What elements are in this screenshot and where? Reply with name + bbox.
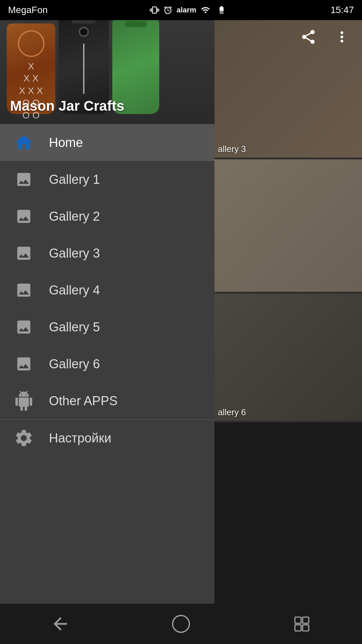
nav-item-home[interactable]: Home	[0, 124, 215, 161]
nav-label-gallery4: Gallery 4	[49, 283, 100, 298]
status-icons: alarm	[150, 5, 229, 15]
svg-rect-4	[302, 625, 308, 631]
grid-label-3: allery 3	[218, 144, 246, 154]
drawer-title: Mason Jar Crafts	[10, 98, 124, 114]
nav-label-gallery5: Gallery 5	[49, 320, 100, 334]
nav-item-otherapps[interactable]: Other APPS	[0, 382, 215, 419]
network-2g: alarm	[177, 6, 196, 14]
nav-list: Home Gallery 1 Gallery 2	[0, 124, 215, 644]
gallery3-icon	[12, 241, 36, 265]
nav-label-gallery2: Gallery 2	[49, 209, 100, 224]
nav-item-gallery6[interactable]: Gallery 6	[0, 345, 215, 382]
gallery1-icon	[12, 168, 36, 191]
jar-lid-football	[18, 30, 45, 57]
nav-item-settings[interactable]: Настройки	[0, 420, 215, 457]
gallery5-icon	[12, 315, 36, 339]
recents-button[interactable]	[282, 610, 322, 637]
gallery4-icon	[12, 278, 36, 302]
nav-item-gallery1[interactable]: Gallery 1	[0, 161, 215, 198]
home-icon	[12, 131, 36, 154]
jar-stripe-left	[83, 44, 84, 94]
nav-item-gallery5[interactable]: Gallery 5	[0, 309, 215, 345]
vibrate-icon	[150, 5, 159, 15]
status-bar: MegaFon alarm 15:47	[0, 0, 362, 20]
android-icon	[12, 389, 36, 413]
nav-label-gallery3: Gallery 3	[49, 246, 100, 261]
nav-item-gallery3[interactable]: Gallery 3	[0, 235, 215, 272]
svg-rect-3	[295, 625, 301, 631]
more-options-button[interactable]	[328, 23, 355, 50]
time-label: 15:47	[330, 5, 354, 15]
share-button[interactable]	[295, 23, 322, 50]
back-button[interactable]	[40, 610, 80, 637]
signal-icon	[200, 5, 211, 15]
nav-item-gallery2[interactable]: Gallery 2	[0, 198, 215, 235]
nav-label-gallery6: Gallery 6	[49, 357, 100, 371]
nav-label-home: Home	[49, 136, 83, 150]
svg-point-0	[173, 615, 189, 632]
grid-item-6: allery 6	[215, 293, 362, 421]
grid-item-4	[215, 159, 362, 292]
carrier-label: MegaFon	[8, 5, 48, 15]
jar-green-cap	[125, 21, 147, 27]
settings-icon	[12, 426, 36, 450]
grid-bottom-dark	[215, 423, 362, 604]
bottom-nav-bar	[0, 604, 362, 644]
alarm-icon	[163, 5, 173, 15]
svg-rect-1	[295, 617, 301, 623]
navigation-drawer: XX XX X XO O O OO Mason Jar Crafts Home	[0, 0, 215, 644]
jar-button	[79, 27, 89, 37]
battery-icon	[215, 5, 228, 15]
action-buttons	[295, 23, 355, 50]
nav-label-settings: Настройки	[49, 431, 111, 445]
svg-rect-2	[302, 617, 308, 623]
football-pattern: XX XX X XO O O OO	[19, 60, 43, 124]
home-nav-button[interactable]	[161, 610, 201, 637]
nav-item-gallery4[interactable]: Gallery 4	[0, 272, 215, 309]
gallery2-icon	[12, 205, 36, 228]
nav-label-otherapps: Other APPS	[49, 394, 118, 408]
right-content-grid: allery 3 allery 6	[215, 20, 362, 604]
grid-label-6: allery 6	[218, 407, 246, 418]
gallery6-icon	[12, 352, 36, 376]
nav-label-gallery1: Gallery 1	[49, 172, 100, 187]
